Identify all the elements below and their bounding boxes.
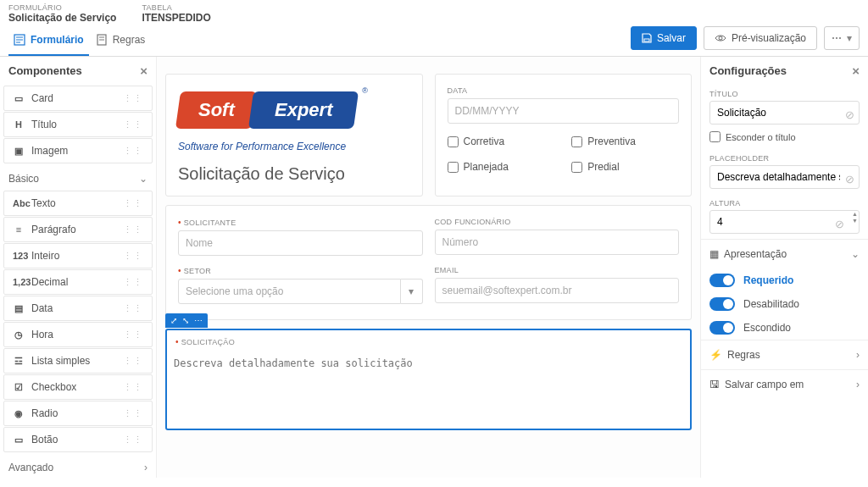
component-label: Texto: [31, 197, 56, 209]
cfg-save-field[interactable]: 🖫Salvar campo em ›: [701, 369, 868, 399]
codfunc-label: COD FUNCIONÁRIO: [435, 218, 680, 226]
component-item[interactable]: ◷Hora⋮⋮: [3, 322, 153, 347]
more-button[interactable]: ⋯ ▾: [824, 26, 860, 50]
cfg-altura-label: ALTURA: [701, 194, 868, 210]
header-table-label: TABELA: [142, 3, 210, 12]
grip-icon[interactable]: ⋮⋮: [123, 408, 143, 419]
component-label: Lista simples: [31, 355, 90, 367]
card-solicitacao-selected[interactable]: ⤢ ⤡ ⋯ •SOLICITAÇÃO: [165, 329, 692, 430]
component-item[interactable]: ☑Checkbox⋮⋮: [3, 374, 153, 400]
required-dot-icon: •: [178, 218, 181, 227]
component-item[interactable]: ≡Parágrafo⋮⋮: [3, 217, 153, 242]
chk-preventiva[interactable]: Preventiva: [571, 136, 679, 147]
grip-icon[interactable]: ⋮⋮: [123, 93, 143, 104]
clear-icon[interactable]: ⊘: [835, 218, 844, 230]
step-down-icon[interactable]: ▼: [852, 218, 858, 224]
component-icon: ◉: [13, 408, 25, 419]
toggle-required[interactable]: Requerido: [701, 268, 868, 292]
toggle-disabled[interactable]: Desabilitado: [701, 292, 868, 316]
toolbar-actions: Salvar Pré-visualização ⋯ ▾: [631, 26, 860, 55]
selection-handle[interactable]: ⤢ ⤡ ⋯: [165, 313, 208, 328]
grip-icon[interactable]: ⋮⋮: [123, 224, 143, 235]
component-label: Inteiro: [31, 250, 59, 262]
close-icon[interactable]: ×: [852, 64, 860, 78]
card-form-fields[interactable]: •SOLICITANTE COD FUNCIONÁRIO •SETOR ▾ EM…: [165, 205, 692, 320]
group-advanced[interactable]: Avançado ›: [0, 453, 156, 478]
clear-icon[interactable]: ⊘: [845, 108, 854, 121]
cfg-rules[interactable]: ⚡Regras ›: [701, 340, 868, 369]
save-icon: [642, 33, 652, 43]
toggle-switch[interactable]: [709, 297, 735, 311]
component-item[interactable]: ▭Card⋮⋮: [3, 86, 153, 111]
header-form: FORMULÁRIO Solicitação de Serviço: [8, 3, 116, 24]
component-icon: ▭: [13, 434, 25, 445]
grip-icon[interactable]: ⋮⋮: [123, 329, 143, 340]
expand-icon[interactable]: ⤢: [170, 316, 177, 325]
config-header: Configurações ×: [701, 57, 868, 85]
component-label: Título: [31, 119, 57, 130]
preview-label: Pré-visualização: [732, 32, 806, 44]
grip-icon[interactable]: ⋮⋮: [123, 251, 143, 262]
chk-predial[interactable]: Predial: [571, 161, 679, 173]
canvas[interactable]: Soft Expert ® Software for Performance E…: [157, 57, 700, 478]
chk-corretiva[interactable]: Corretiva: [448, 136, 555, 147]
preview-button[interactable]: Pré-visualização: [704, 26, 817, 50]
registered-icon: ®: [362, 86, 368, 95]
component-item[interactable]: 123Inteiro⋮⋮: [3, 243, 153, 268]
grip-icon[interactable]: ⋮⋮: [123, 303, 143, 314]
component-item[interactable]: ▭Botão⋮⋮: [3, 427, 153, 452]
step-up-icon[interactable]: ▲: [852, 211, 858, 218]
altura-stepper[interactable]: ▲▼: [852, 211, 858, 224]
grip-icon[interactable]: ⋮⋮: [123, 277, 143, 288]
group-basic[interactable]: Básico ⌄: [0, 164, 156, 190]
grip-icon[interactable]: ⋮⋮: [123, 356, 143, 367]
tab-form[interactable]: Formulário: [8, 25, 89, 56]
codfunc-input[interactable]: [435, 230, 680, 255]
close-icon[interactable]: ×: [140, 64, 147, 78]
component-item[interactable]: ▣Imagem⋮⋮: [3, 138, 153, 163]
ellipsis-icon[interactable]: ⋯: [194, 316, 203, 325]
card-date-checks[interactable]: DATA Corretiva Preventiva Planejada Pred…: [435, 74, 693, 196]
save-label: Salvar: [657, 32, 686, 44]
card-logo[interactable]: Soft Expert ® Software for Performance E…: [165, 74, 423, 196]
cfg-titulo-input[interactable]: [709, 101, 860, 125]
grip-icon[interactable]: ⋮⋮: [123, 146, 143, 157]
component-item[interactable]: HTítulo⋮⋮: [3, 112, 153, 137]
collapse-icon[interactable]: ⤡: [182, 316, 189, 325]
toggle-hidden[interactable]: Escondido: [701, 316, 868, 340]
component-item[interactable]: ▤Data⋮⋮: [3, 296, 153, 321]
clear-icon[interactable]: ⊘: [845, 173, 854, 185]
component-label: Parágrafo: [31, 224, 76, 235]
component-icon: H: [13, 119, 25, 130]
grip-icon[interactable]: ⋮⋮: [123, 382, 143, 393]
setor-dropdown-btn[interactable]: ▾: [401, 279, 422, 304]
cfg-hide-title[interactable]: Esconder o título: [701, 130, 868, 149]
toggle-switch[interactable]: [709, 321, 735, 335]
component-item[interactable]: AbcTexto⋮⋮: [3, 191, 153, 216]
logo: Soft Expert ® Software for Performance E…: [178, 86, 410, 152]
date-input[interactable]: [448, 98, 680, 124]
cfg-presentation[interactable]: ▦Apresentação ⌄: [701, 239, 868, 268]
grip-icon[interactable]: ⋮⋮: [123, 434, 143, 445]
grip-icon[interactable]: ⋮⋮: [123, 119, 143, 130]
save-button[interactable]: Salvar: [631, 26, 697, 50]
components-header: Componentes ×: [0, 57, 156, 85]
solicitacao-textarea[interactable]: [167, 351, 690, 426]
component-icon: Abc: [13, 198, 25, 208]
rules-icon: [96, 34, 108, 46]
setor-select[interactable]: [178, 279, 401, 304]
email-input[interactable]: [435, 278, 680, 303]
grip-icon[interactable]: ⋮⋮: [123, 198, 143, 209]
logo-tagline: Software for Performance Excellence: [178, 141, 410, 152]
component-item[interactable]: 1,23Decimal⋮⋮: [3, 269, 153, 295]
tab-rules[interactable]: Regras: [91, 25, 151, 56]
component-label: Data: [31, 302, 53, 314]
solicitante-input[interactable]: [178, 230, 423, 256]
chk-planejada[interactable]: Planejada: [448, 161, 555, 173]
cfg-placeholder-input[interactable]: [709, 165, 860, 189]
component-icon: ≡: [13, 224, 25, 235]
toggle-switch[interactable]: [709, 274, 735, 287]
component-item[interactable]: ☲Lista simples⋮⋮: [3, 348, 153, 374]
component-icon: 123: [13, 251, 25, 261]
component-item[interactable]: ◉Radio⋮⋮: [3, 401, 153, 426]
